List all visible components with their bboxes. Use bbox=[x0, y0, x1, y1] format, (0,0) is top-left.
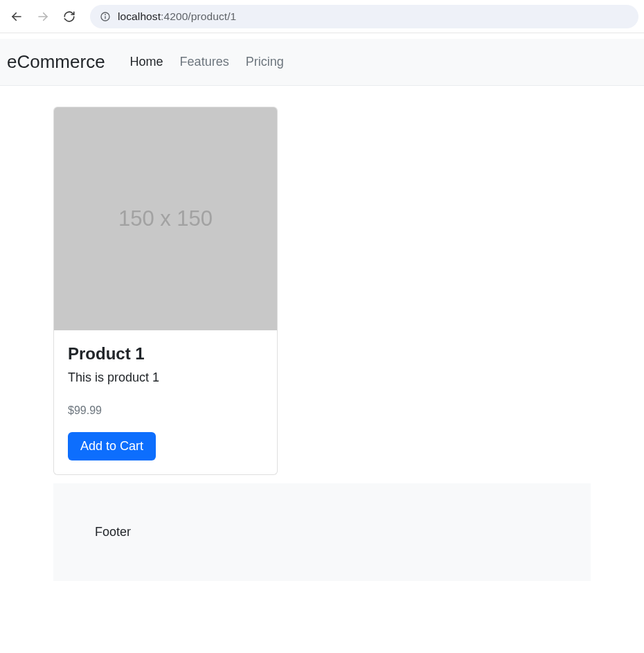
url-path: :4200/product/1 bbox=[161, 10, 236, 22]
forward-button[interactable] bbox=[32, 6, 54, 28]
arrow-left-icon bbox=[10, 10, 23, 23]
arrow-right-icon bbox=[37, 10, 49, 23]
reload-button[interactable] bbox=[58, 6, 80, 28]
card-body: Product 1 This is product 1 $99.99 Add t… bbox=[54, 330, 277, 474]
nav-link-pricing[interactable]: Pricing bbox=[240, 51, 289, 73]
nav-link-home[interactable]: Home bbox=[125, 51, 169, 73]
reload-icon bbox=[63, 10, 75, 23]
url-text: localhost:4200/product/1 bbox=[118, 10, 236, 23]
product-description: This is product 1 bbox=[68, 370, 263, 385]
nav-links: Home Features Pricing bbox=[125, 51, 289, 73]
add-to-cart-button[interactable]: Add to Cart bbox=[68, 432, 156, 460]
url-bar[interactable]: localhost:4200/product/1 bbox=[90, 5, 638, 28]
back-button[interactable] bbox=[6, 6, 28, 28]
svg-point-4 bbox=[105, 14, 106, 15]
product-card: 150 x 150 Product 1 This is product 1 $9… bbox=[53, 107, 278, 475]
navbar: eCommerce Home Features Pricing bbox=[0, 39, 644, 86]
product-price: $99.99 bbox=[68, 404, 263, 417]
browser-toolbar: localhost:4200/product/1 bbox=[0, 0, 644, 33]
nav-link-features[interactable]: Features bbox=[175, 51, 235, 73]
url-host: localhost bbox=[118, 10, 161, 22]
info-icon bbox=[100, 11, 111, 22]
footer: Footer bbox=[53, 483, 591, 581]
brand[interactable]: eCommerce bbox=[6, 51, 108, 73]
footer-text: Footer bbox=[95, 525, 131, 539]
product-image-placeholder: 150 x 150 bbox=[54, 107, 277, 330]
image-placeholder-text: 150 x 150 bbox=[118, 206, 213, 231]
main-content: 150 x 150 Product 1 This is product 1 $9… bbox=[45, 86, 599, 581]
product-title: Product 1 bbox=[68, 344, 263, 364]
